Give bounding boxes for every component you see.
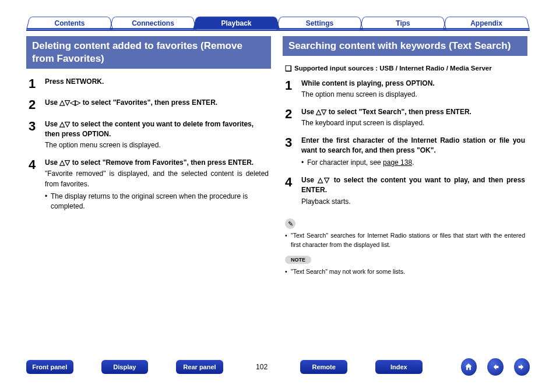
note-badge: NOTE bbox=[285, 256, 311, 264]
footer-nav: Front panel Display Rear panel 102 Remot… bbox=[26, 358, 530, 376]
tab-tips[interactable]: Tips bbox=[361, 16, 445, 29]
footer-front-panel[interactable]: Front panel bbox=[26, 360, 73, 374]
footer-display[interactable]: Display bbox=[101, 360, 149, 374]
right-column: Searching content with keywords (Text Se… bbox=[283, 36, 527, 276]
step-text: Use △▽ to select "Remove from Favorites"… bbox=[45, 158, 269, 168]
step-number: 3 bbox=[29, 119, 45, 151]
box-icon: ❏ bbox=[285, 64, 292, 73]
step-number: 1 bbox=[285, 79, 301, 100]
step-bullet: For character input, see page 138. bbox=[301, 158, 525, 168]
step-text: Use △▽ to select the content you want to… bbox=[301, 175, 525, 196]
step: 4 Use △▽ to select "Remove from Favorite… bbox=[29, 158, 269, 212]
left-column: Deleting content added to favorites (Rem… bbox=[26, 36, 271, 219]
info-bullet: "Text Search" searches for Internet Radi… bbox=[283, 231, 527, 250]
step: 2 Use △▽ to select "Text Search", then p… bbox=[285, 107, 525, 129]
home-icon[interactable] bbox=[461, 358, 477, 376]
step-number: 4 bbox=[285, 175, 301, 207]
footer-remote[interactable]: Remote bbox=[300, 360, 347, 374]
section-header-left: Deleting content added to favorites (Rem… bbox=[26, 36, 271, 69]
step-number: 2 bbox=[285, 107, 301, 129]
page-number: 102 bbox=[251, 363, 273, 371]
tab-contents[interactable]: Contents bbox=[28, 16, 111, 29]
tab-appendix[interactable]: Appendix bbox=[445, 16, 528, 29]
step-text: Press NETWORK. bbox=[45, 77, 269, 87]
page-link[interactable]: page 138 bbox=[383, 158, 412, 167]
step-text: Use △▽◁▷ to select "Favorites", then pre… bbox=[45, 98, 269, 108]
step: 1 While content is playing, press OPTION… bbox=[285, 79, 525, 100]
step: 1 Press NETWORK. bbox=[29, 77, 269, 91]
step-desc: The option menu screen is displayed. bbox=[301, 90, 525, 100]
supported-sources-text: Supported input sources : USB / Internet… bbox=[294, 65, 492, 72]
step: 3 Use △▽ to select the content you want … bbox=[29, 119, 269, 151]
step-text: While content is playing, press OPTION. bbox=[301, 79, 525, 89]
tab-connections[interactable]: Connections bbox=[111, 16, 195, 29]
prev-icon[interactable] bbox=[487, 358, 503, 376]
tab-underline bbox=[26, 30, 530, 31]
step-text: Use △▽ to select "Text Search", then pre… bbox=[301, 107, 525, 117]
supported-sources: ❏Supported input sources : USB / Interne… bbox=[285, 64, 525, 73]
step-number: 1 bbox=[29, 77, 45, 91]
bullet-tail: . bbox=[412, 158, 414, 167]
step-desc: The keyboard input screen is displayed. bbox=[301, 118, 525, 128]
step-desc: The option menu screen is displayed. bbox=[45, 140, 269, 150]
note-bullet: "Text Search" may not work for some list… bbox=[283, 267, 527, 277]
tab-settings[interactable]: Settings bbox=[278, 16, 361, 29]
step: 2 Use △▽◁▷ to select "Favorites", then p… bbox=[29, 98, 269, 112]
step-text: Use △▽ to select the content you want to… bbox=[45, 119, 269, 140]
next-icon[interactable] bbox=[514, 358, 530, 376]
bullet-text: For character input, see bbox=[307, 158, 383, 167]
pencil-icon: ✎ bbox=[285, 218, 295, 229]
step-bullet: The display returns to the original scre… bbox=[45, 192, 269, 212]
step: 4 Use △▽ to select the content you want … bbox=[285, 175, 525, 207]
step: 3 Enter the first character of the Inter… bbox=[285, 136, 525, 168]
step-number: 2 bbox=[29, 98, 45, 112]
step-desc: Playback starts. bbox=[301, 197, 525, 207]
step-desc: "Favorite removed" is displayed, and the… bbox=[45, 169, 269, 189]
step-text: Enter the first character of the Interne… bbox=[301, 136, 525, 156]
step-number: 4 bbox=[29, 158, 45, 212]
step-number: 3 bbox=[285, 136, 301, 168]
tab-playback[interactable]: Playback bbox=[195, 16, 278, 29]
footer-rear-panel[interactable]: Rear panel bbox=[176, 360, 223, 374]
section-header-right: Searching content with keywords (Text Se… bbox=[283, 36, 527, 56]
footer-index[interactable]: Index bbox=[375, 360, 423, 374]
top-nav: Contents Connections Playback Settings T… bbox=[28, 16, 528, 29]
